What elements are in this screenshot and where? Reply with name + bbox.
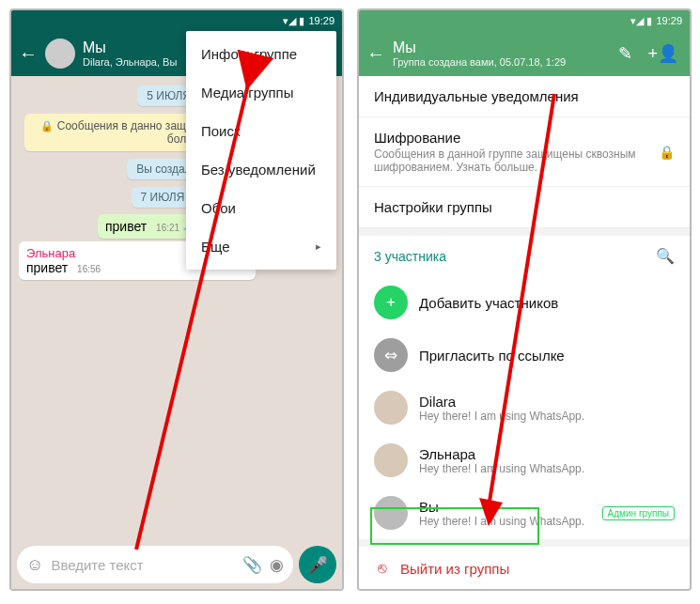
battery-icon: ▮: [299, 15, 304, 27]
camera-icon[interactable]: ◉: [270, 555, 284, 575]
row-invite-link[interactable]: ⇔ Пригласить по ссылке: [359, 329, 690, 381]
menu-item-group-info[interactable]: Инфо о группе: [186, 35, 336, 73]
lock-icon: 🔒: [659, 145, 675, 160]
avatar: [374, 496, 408, 530]
row-individual-notifications[interactable]: Индивидуальные уведомления: [359, 76, 690, 117]
signal-icon: ▾◢: [630, 15, 644, 27]
group-title: Мы: [393, 39, 607, 56]
menu-item-more[interactable]: Еще▸: [186, 227, 336, 266]
participant-row[interactable]: Вы Hey there! I am using WhatsApp. Админ…: [359, 487, 690, 539]
participant-row[interactable]: Эльнара Hey there! I am using WhatsApp.: [359, 434, 690, 487]
battery-icon: ▮: [646, 15, 652, 27]
settings-body: Индивидуальные уведомления Шифрование Со…: [359, 76, 690, 589]
exit-icon: ⎋: [378, 560, 387, 577]
row-add-participants[interactable]: + Добавить участников: [359, 276, 690, 329]
chevron-right-icon: ▸: [316, 240, 321, 253]
emoji-icon[interactable]: ☺: [26, 555, 43, 575]
participants-header: 3 участника 🔍: [359, 236, 690, 276]
section-gap: [359, 539, 690, 547]
status-bar: ▾◢ ▮ 19:29: [359, 10, 690, 31]
status-time: 19:29: [656, 15, 682, 26]
input-placeholder: Введите текст: [51, 557, 235, 573]
edit-icon[interactable]: ✎: [614, 39, 636, 68]
back-icon[interactable]: ←: [19, 43, 38, 65]
menu-item-search[interactable]: Поиск: [186, 112, 336, 150]
menu-item-wallpaper[interactable]: Обои: [186, 189, 336, 227]
status-time: 19:29: [308, 15, 334, 26]
overflow-menu: Инфо о группе Медиа группы Поиск Без уве…: [186, 31, 336, 270]
exit-group-button[interactable]: ⎋ Выйти из группы: [359, 547, 690, 589]
phone-left: ▾◢ ▮ 19:29 ← Мы Dilara, Эльнара, Вы 5 ИЮ…: [9, 8, 344, 591]
section-gap: [359, 228, 690, 236]
lock-icon: 🔒: [40, 120, 54, 132]
link-icon: ⇔: [374, 338, 408, 372]
add-person-icon[interactable]: +👤: [644, 39, 682, 68]
back-icon[interactable]: ←: [366, 43, 385, 65]
search-icon[interactable]: 🔍: [656, 247, 675, 265]
group-avatar[interactable]: [45, 39, 75, 69]
mic-button[interactable]: 🎤: [299, 546, 336, 583]
admin-badge: Админ группы: [602, 506, 675, 520]
participant-row[interactable]: Dilara Hey there! I am using WhatsApp.: [359, 381, 690, 434]
attach-icon[interactable]: 📎: [242, 555, 262, 575]
menu-item-media[interactable]: Медиа группы: [186, 73, 336, 112]
avatar: [374, 443, 408, 477]
avatar: [374, 391, 408, 425]
status-bar: ▾◢ ▮ 19:29: [11, 10, 342, 31]
add-person-icon: +: [374, 286, 408, 319]
row-encryption[interactable]: Шифрование Сообщения в данной группе защ…: [359, 117, 690, 187]
group-subtitle: Группа создана вами, 05.07.18, 1:29: [393, 56, 607, 68]
input-bar: ☺ Введите текст 📎 ◉ 🎤: [11, 540, 342, 589]
header-texts: Мы Группа создана вами, 05.07.18, 1:29: [393, 39, 607, 68]
menu-item-mute[interactable]: Без уведомлений: [186, 150, 336, 189]
group-info-header: ← Мы Группа создана вами, 05.07.18, 1:29…: [359, 31, 690, 76]
message-input[interactable]: ☺ Введите текст 📎 ◉: [17, 546, 293, 583]
signal-icon: ▾◢: [283, 15, 296, 27]
row-group-settings[interactable]: Настройки группы: [359, 187, 690, 228]
phone-right: ▾◢ ▮ 19:29 ← Мы Группа создана вами, 05.…: [357, 8, 692, 591]
